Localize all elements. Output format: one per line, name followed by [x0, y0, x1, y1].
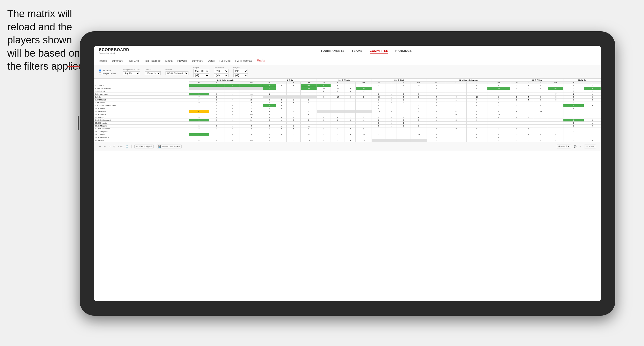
conference-select[interactable]: (All) [214, 69, 228, 73]
table-row: 19. J Karrh 31019 400-20 310-51 210-12 0… [94, 133, 601, 136]
col-header-2: 6. A Dy [263, 79, 317, 82]
gender-select[interactable]: Women's [145, 71, 161, 75]
sub-nav-matrix[interactable]: Matrix [165, 57, 172, 64]
zoom-control[interactable]: - + □ [118, 145, 123, 148]
division-filter: Division NCAA Division II [166, 69, 188, 75]
players-filter-label: Players [233, 66, 248, 69]
wlt-dif6: Dif [548, 82, 563, 84]
matrix-scroll-area[interactable]: 2. M Kelly Mulcahy 6. A Dy 11. G Woods 2… [94, 79, 601, 142]
conference-filter: Conference (All) (All) [214, 66, 228, 77]
save-icon: 💾 [158, 145, 161, 148]
nav-committee[interactable]: COMMITTEE [370, 48, 388, 54]
table-row: 13. N Klug 0010 10-2 3010 3021 0108 001 [94, 116, 601, 119]
watch-icon: 👁 [558, 145, 560, 148]
table-row: 5. A Nomrowski 310-11 1 0108 17 11 [94, 93, 601, 96]
table-row: 10. L Perini 3007 4011 0102 11 [94, 107, 601, 110]
sub-nav-players[interactable]: Players [177, 57, 187, 64]
nav-tournaments[interactable]: TOURNAMENTS [321, 48, 344, 54]
gender-filter: Gender Women's [145, 69, 161, 75]
nav-teams[interactable]: TEAMS [352, 48, 363, 54]
table-row: 12. A Bianchi 200-58 1104 20025 [94, 113, 601, 116]
wlt-dif3: Dif [356, 82, 372, 84]
wlt-l5: L [446, 82, 466, 84]
nav-rankings[interactable]: RANKINGS [396, 48, 412, 54]
players-select[interactable]: (All) [233, 69, 248, 73]
col-header-6: 38. A Webb [510, 79, 563, 82]
table-row: 11. G Woods 100014 3140 140174 02040 404… [94, 110, 601, 113]
wlt-l1: L [209, 82, 224, 84]
tablet-button [78, 116, 79, 130]
view-original-label: View: Original [139, 145, 152, 148]
sub-nav-h2h-heatmap[interactable]: H2H Heatmap [144, 57, 160, 64]
tablet-frame: SCOREBOARD Powered by clippd TOURNAMENTS… [80, 31, 615, 316]
wlt-l4: L [386, 82, 396, 84]
full-view-option[interactable]: Full View [99, 69, 116, 72]
wlt-dif4: Dif [410, 82, 426, 84]
share-button[interactable]: ↗ Share [584, 145, 596, 149]
division-select[interactable]: NCAA Division II [166, 71, 188, 75]
zoom-fit-button[interactable]: ⊡ [114, 145, 115, 148]
sub-nav-summary[interactable]: Summary [112, 57, 123, 64]
conference-label: Conference [214, 66, 228, 69]
wlt-dif5: Dif [487, 82, 510, 84]
share-icon: ↗ [586, 145, 588, 148]
wlt-t5: T [466, 82, 487, 84]
refresh-button[interactable]: ↻ [108, 145, 110, 148]
comment-button[interactable]: 💬 [574, 145, 576, 148]
view-original-icon: ⊙ [136, 145, 138, 148]
nav-bar: SCOREBOARD Powered by clippd TOURNAMENTS… [94, 46, 601, 56]
table-row: 21. O Stoll 400-39 21014 31010 2211 1090… [94, 139, 601, 142]
save-custom-label: Save Custom View [162, 145, 180, 148]
col-header-4: 21. O Stoll [372, 79, 426, 82]
wlt-w1: W [189, 82, 209, 84]
bottom-toolbar: ↩ ↪ ↻ ⊡ - + □ 🕐 ⊙ View: Original 💾 Save … [94, 142, 601, 151]
watch-chevron: ▾ [568, 145, 569, 148]
corner-header [94, 79, 189, 84]
compact-view-option[interactable]: Compact View [99, 72, 116, 75]
view-toggle: Full View Compact View [99, 69, 116, 75]
conference-sub-select[interactable]: (All) [214, 73, 228, 77]
players-sub-select[interactable]: (All) [233, 73, 248, 77]
wlt-l6: L [523, 82, 534, 84]
col-header-5: 23. L Marie Schumac. [426, 79, 510, 82]
expand-button[interactable]: ⤢ [579, 145, 581, 148]
sub-nav-h2h-grid[interactable]: H2H Grid [128, 57, 139, 64]
logo-title: SCOREBOARD [99, 48, 129, 52]
watch-button[interactable]: 👁 Watch ▾ [557, 145, 571, 149]
wlt-w7: W [563, 82, 584, 84]
wlt-w5: W [426, 82, 446, 84]
max-players-filter: Max players in view Top 25 [123, 69, 140, 75]
sub-nav-h2h-heatmap2[interactable]: H2H Heatmap [235, 57, 252, 64]
redo-button[interactable]: ↪ [104, 145, 106, 148]
table-row: 17. D Ballesteros 3105 -2010 1101 0207 0… [94, 128, 601, 130]
sub-nav-teams[interactable]: Teams [99, 57, 107, 64]
table-row: 18. J Hodgson 11 01 [94, 130, 601, 133]
sub-nav-matrix2[interactable]: Matrix [257, 57, 265, 64]
table-row: 9. A Maria Jimenez Rios 1001 100-7 0102 … [94, 104, 601, 107]
max-players-label: Max players in view [123, 69, 140, 71]
clock-button[interactable]: 🕐 [126, 145, 128, 148]
region-select[interactable]: East - DII (All) [193, 69, 209, 73]
undo-button[interactable]: ↩ [99, 145, 101, 148]
table-row: 14. S Srichantamit 31014 0105 1204 0105 … [94, 119, 601, 122]
table-row: 6. A Dy 700-40 0144025 120-4 010104 024 … [94, 96, 601, 99]
filters-bar: Full View Compact View Max players in vi… [94, 65, 601, 79]
wlt-t1: T [224, 82, 240, 84]
save-custom-button[interactable]: 💾 Save Custom View [156, 145, 182, 149]
wlt-t3: T [345, 82, 356, 84]
sub-nav-detail[interactable]: Detail [208, 57, 214, 64]
table-row: 1. J Garcia 31027 301-11 401 11110 0106 … [94, 84, 601, 87]
sub-nav: Teams Summary H2H Grid H2H Heatmap Matri… [94, 56, 601, 65]
max-players-select[interactable]: Top 25 [123, 71, 140, 75]
wlt-w3: W [317, 82, 331, 84]
wlt-t2: T [287, 82, 301, 84]
players-filter: Players (All) (All) [233, 66, 248, 77]
table-row: 3. S Jelinek 02017 01 [94, 90, 601, 93]
sub-nav-h2h-grid2[interactable]: H2H Grid [219, 57, 230, 64]
table-row: 8. M Torres 0010 3010 1003 0108 01 [94, 101, 601, 104]
sub-nav-summary2[interactable]: Summary [192, 57, 203, 64]
region-sub-select[interactable]: (All) [193, 73, 209, 77]
division-label: Division [166, 69, 188, 71]
wlt-w2: W [263, 82, 276, 84]
view-original-button[interactable]: ⊙ View: Original [134, 145, 154, 149]
